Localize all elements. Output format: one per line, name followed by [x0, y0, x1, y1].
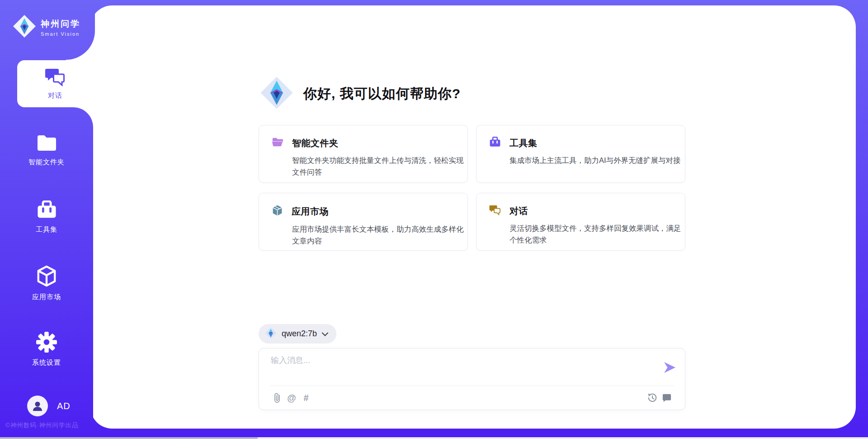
user-name: AD — [57, 401, 71, 411]
sidebar-item-app-market[interactable]: 应用市场 — [0, 265, 93, 301]
message-composer: @ # — [259, 348, 685, 410]
greeting-text: 你好, 我可以如何帮助你? — [303, 85, 461, 103]
gear-icon — [36, 332, 57, 354]
sidebar-item-toolset[interactable]: 工具集 — [0, 200, 93, 234]
sidebar-item-label: 对话 — [48, 91, 62, 100]
hash-icon[interactable]: # — [299, 391, 313, 405]
card-description: 灵活切换多模型文件，支持多样回复效果调试，满足个性化需求 — [509, 222, 682, 246]
sidebar-item-label: 应用市场 — [32, 293, 61, 301]
logo-diamond-icon — [265, 327, 277, 341]
card-title: 应用市场 — [292, 205, 329, 218]
sidebar-item-settings[interactable]: 系统设置 — [0, 332, 93, 367]
card-smart-folder[interactable]: 智能文件夹 智能文件夹功能支持批量文件上传与清洗，轻松实现文件问答 — [259, 125, 468, 183]
logo-diamond-icon — [260, 76, 293, 111]
sidebar-footer: ©神州数码·神州问学出品 — [5, 421, 78, 429]
card-description: 应用市场提供丰富长文本模板，助力高效生成多样化文章内容 — [292, 223, 465, 247]
sidebar-item-label: 工具集 — [36, 225, 57, 234]
card-title: 工具集 — [509, 137, 538, 149]
app-name: 神州问学 — [41, 18, 80, 30]
user-profile[interactable]: AD — [27, 396, 71, 416]
brand: 神州问学 Smart Vision — [0, 0, 95, 45]
greeting: 你好, 我可以如何帮助你? — [260, 76, 461, 111]
card-toolset[interactable]: 工具集 集成市场上主流工具，助力AI与外界无缝扩展与对接 — [476, 125, 685, 183]
sidebar-item-smart-folder[interactable]: 智能文件夹 — [0, 134, 93, 167]
paperclip-icon[interactable] — [270, 391, 284, 405]
cube-icon — [272, 205, 283, 218]
at-icon[interactable]: @ — [284, 391, 299, 405]
toolbox-icon — [36, 200, 57, 221]
app-subtitle: Smart Vision — [41, 31, 80, 37]
feature-cards: 智能文件夹 智能文件夹功能支持批量文件上传与清洗，轻松实现文件问答 工具集 集成… — [259, 125, 685, 251]
person-icon — [32, 400, 43, 412]
chat-bubble-icon[interactable] — [660, 391, 674, 405]
avatar — [27, 396, 48, 416]
composer-toolbar: @ # — [270, 386, 674, 410]
card-title: 智能文件夹 — [292, 137, 339, 149]
model-name: qwen2:7b — [282, 329, 317, 339]
card-chat[interactable]: 对话 灵活切换多模型文件，支持多样回复效果调试，满足个性化需求 — [476, 193, 685, 251]
sidebar-item-label: 智能文件夹 — [28, 158, 65, 167]
model-selector[interactable]: qwen2:7b — [259, 324, 336, 344]
card-description: 智能文件夹功能支持批量文件上传与清洗，轻松实现文件问答 — [292, 154, 465, 178]
chat-bubbles-icon — [45, 67, 66, 88]
folder-icon — [36, 134, 57, 154]
chevron-down-icon — [322, 330, 328, 338]
logo-diamond-icon — [13, 14, 36, 40]
card-app-market[interactable]: 应用市场 应用市场提供丰富长文本模板，助力高效生成多样化文章内容 — [259, 193, 468, 251]
sidebar-item-chat[interactable]: 对话 — [17, 60, 93, 107]
history-icon[interactable] — [645, 391, 660, 405]
send-icon — [663, 362, 676, 373]
cube-icon — [36, 265, 57, 289]
message-input[interactable] — [271, 355, 660, 383]
card-description: 集成市场上主流工具，助力AI与外界无缝扩展与对接 — [509, 154, 682, 166]
sidebar-item-label: 系统设置 — [32, 358, 61, 367]
toolbox-icon — [489, 137, 501, 149]
chat-bubbles-icon — [489, 205, 501, 217]
folder-open-icon — [272, 137, 283, 149]
horizontal-scrollbar-thumb[interactable] — [0, 437, 258, 439]
card-title: 对话 — [509, 205, 528, 217]
send-button[interactable] — [662, 360, 677, 375]
